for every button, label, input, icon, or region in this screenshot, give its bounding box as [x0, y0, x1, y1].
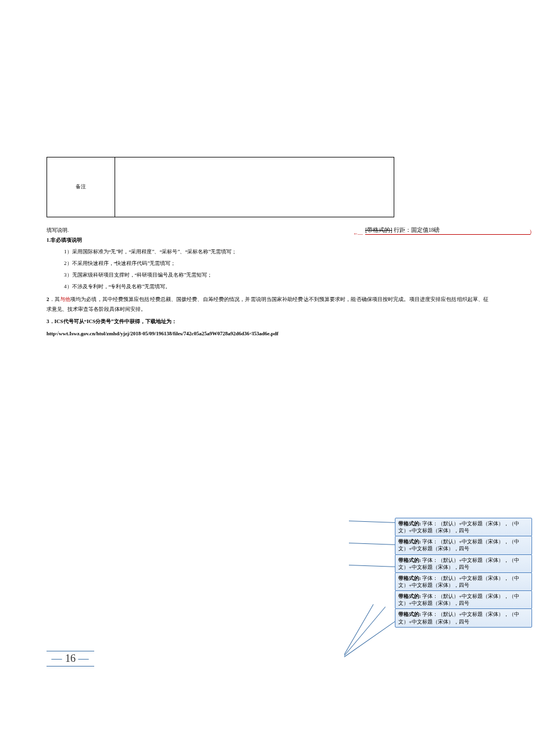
page-dash-right: —	[79, 653, 90, 664]
balloon-label: 带格式的:	[398, 575, 421, 581]
connector-line	[349, 521, 401, 523]
revision-arrow-icon: ←—	[353, 231, 362, 237]
remarks-value-cell	[115, 157, 394, 217]
s2-red-text: 与他	[60, 296, 70, 302]
section-3-paragraph: 3．ICS代号可从“ICS分类号”文件中获得，下载地址为：	[47, 317, 488, 327]
connector-line	[344, 618, 400, 657]
page-root: 备注 填写说明. 1.非必填项说明 1）采用国际标准为“无”时，“采用程度”、“…	[0, 0, 535, 756]
s1-item-1: 1）采用国际标准为“无”时，“采用程度”、“采标号”、“采标名称”无需填写；	[47, 247, 488, 257]
balloon-label: 带格式的:	[398, 611, 421, 617]
page-dash-left: —	[52, 653, 63, 664]
balloon-label: 带格式的:	[398, 557, 421, 563]
balloon-label: 带格式的:	[398, 521, 421, 526]
s2-rest: 项均为必填，其中经费预算应包括经费总额、国拨经费、自筹经费的情况，并需说明当国家…	[47, 296, 488, 312]
page-number-box: — 16 —	[47, 651, 94, 667]
format-balloon: 带格式的: 字体：（默认）+中文标题（宋体），（中文）+中文标题（宋体），四号	[395, 518, 532, 536]
connector-line	[349, 543, 401, 545]
balloon-connectors	[349, 521, 395, 660]
format-balloon: 带格式的: 字体：（默认）+中文标题（宋体），（中文）+中文标题（宋体），四号	[395, 590, 532, 609]
revision-close-paren: ）	[529, 228, 535, 236]
revision-balloon-inline: [带格式的] 行距：固定值18磅	[365, 228, 440, 234]
s3-text: ．ICS代号可从“ICS分类号”文件中获得，下载地址为：	[49, 318, 177, 324]
connector-line	[344, 604, 374, 655]
connector-line	[349, 565, 401, 567]
s1-item-4: 4）不涉及专利时，“专利号及名称”无需填写。	[47, 282, 488, 292]
revision-strike-label: [带格式的]	[365, 227, 392, 233]
section-1-heading: 1.非必填项说明	[47, 235, 488, 245]
s1-item-2: 2）不采用快速程序，“快速程序代码”无需填写；	[47, 259, 488, 268]
content-area: 备注 填写说明. 1.非必填项说明 1）采用国际标准为“无”时，“采用程度”、“…	[47, 157, 488, 339]
format-balloons: 带格式的: 字体：（默认）+中文标题（宋体），（中文）+中文标题（宋体），四号 …	[395, 518, 532, 627]
s1-item-3: 3）无国家级科研项目支撑时，“科研项目编号及名称”无需短写；	[47, 270, 488, 280]
balloon-label: 带格式的:	[398, 593, 421, 599]
remarks-label-cell: 备注	[47, 157, 115, 217]
page-number: 16	[65, 653, 76, 664]
balloon-label: 带格式的:	[398, 539, 421, 544]
download-url: http√wwt.Iswz.gov.cn/htυl/zmhd/yjzj/2018…	[47, 329, 488, 339]
remarks-table: 备注	[47, 157, 394, 217]
format-balloon: 带格式的: 字体：（默认）+中文标题（宋体），（中文）+中文标题（宋体），四号	[395, 572, 532, 591]
format-balloon: 带格式的: 字体：（默认）+中文标题（宋体），（中文）+中文标题（宋体），四号	[395, 608, 532, 627]
revision-text: 行距：固定值18磅	[392, 227, 440, 233]
format-balloon: 带格式的: 字体：（默认）+中文标题（宋体），（中文）+中文标题（宋体），四号	[395, 554, 532, 573]
section-2-paragraph: 2．其与他项均为必填，其中经费预算应包括经费总额、国拨经费、自筹经费的情况，并需…	[47, 295, 488, 314]
format-balloon: 带格式的: 字体：（默认）+中文标题（宋体），（中文）+中文标题（宋体），四号	[395, 536, 532, 554]
revision-underline	[365, 234, 530, 235]
table-row: 备注	[47, 157, 394, 217]
s2-prefix: ．其	[49, 296, 60, 302]
